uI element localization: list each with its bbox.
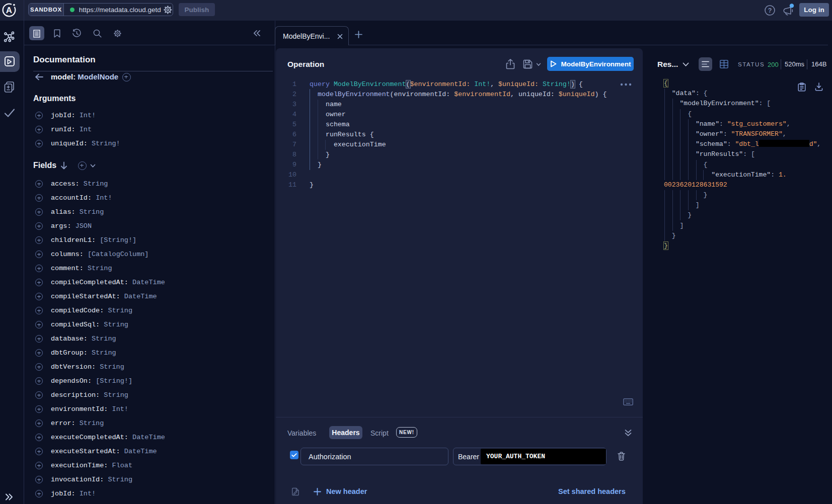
svg-text:A: A xyxy=(6,6,12,15)
